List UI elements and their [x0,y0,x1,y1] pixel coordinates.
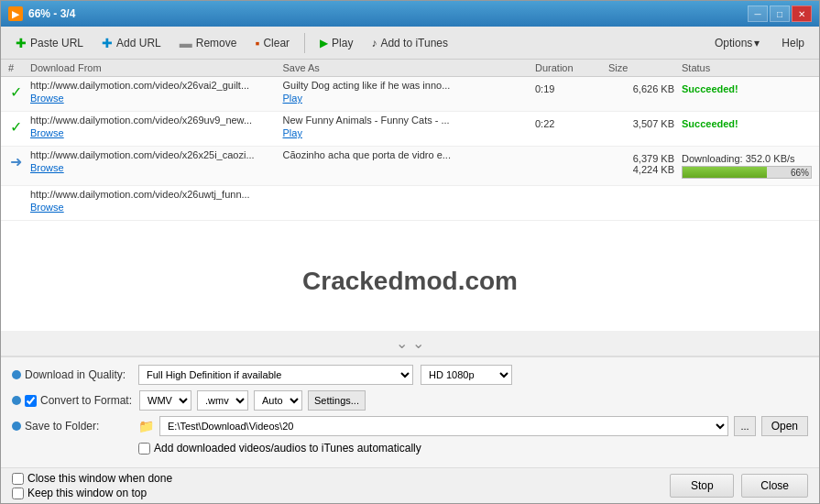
keep-on-top-text: Keep this window on top [27,487,147,499]
download-table: # Download From Save As Duration Size St… [1,60,819,331]
status-cell [678,189,815,196]
col-size: Size [605,62,678,73]
format-dot [12,396,21,405]
status-cell: Succeeded! [678,115,815,133]
add-url-label: Add URL [116,37,161,49]
format-settings-button[interactable]: Settings... [308,390,366,411]
quality-label-text: Download in Quality: [25,368,126,381]
downloading-status: Downloading: 352.0 KB/s [682,153,795,164]
bottom-buttons: Stop Close [670,474,808,498]
format-label: Convert to Format: [12,394,132,407]
table-row: ✓ http://www.dailymotion.com/video/x269u… [1,112,819,147]
size-cell [605,189,678,196]
play-button[interactable]: ▶ Play [312,34,360,52]
itunes-checkbox[interactable] [138,443,150,455]
status-icon-downloading: ➜ [5,149,27,170]
row-save-as-3: Cãozinho acha que porta de vidro e... [279,149,532,160]
size-bottom: 4,224 KB [608,164,674,175]
toolbar: ✚ Paste URL ✚ Add URL ▬ Remove ▪ Clear ▶… [1,27,819,60]
itunes-icon: ♪ [371,37,377,49]
play-label: Play [332,37,353,49]
checkmark-icon: ✓ [10,83,22,101]
add-icon: ✚ [102,36,113,50]
save-text: Cãozinho acha que porta de vidro e... [283,149,529,160]
format-select[interactable]: WMV [139,390,191,411]
row-save-as-1: Guilty Dog acting like if he was inno...… [279,80,532,104]
format-preset-select[interactable]: Auto [254,390,302,411]
clear-button[interactable]: ▪ Clear [247,33,297,53]
settings-panel: Download in Quality: Full High Definitio… [1,356,819,467]
quality-dot [12,370,21,379]
folder-label: Save to Folder: [12,420,131,433]
format-ext-select[interactable]: .wmv [197,390,248,411]
title-bar: ▶ 66% - 3/4 ─ □ ✕ [1,1,819,27]
status-success: Succeeded! [682,118,738,129]
save-text: New Funny Animals - Funny Cats - ... [283,115,529,126]
folder-select[interactable]: E:\Test\Download\Videos\20 [159,416,728,436]
remove-label: Remove [196,37,237,49]
open-folder-button[interactable]: Open [761,416,808,436]
window-title: 66% - 3/4 [28,7,75,20]
chevron-down-icon: ⌄ ⌄ [396,335,423,351]
hd-select[interactable]: HD 1080p [421,365,512,385]
clear-icon: ▪ [255,36,259,50]
browse-link[interactable]: Browse [30,127,276,138]
remove-icon: ▬ [180,36,192,50]
checkmark-icon: ✓ [10,118,22,136]
size-top: 6,379 KB [608,153,674,164]
close-when-done-checkbox[interactable] [12,473,24,485]
format-row: Convert to Format: WMV .wmv Auto [12,390,808,411]
close-when-done-text: Close this window when done [27,472,172,485]
browse-folder-button[interactable]: ... [734,416,755,436]
col-save-as: Save As [279,62,532,73]
browse-link[interactable]: Browse [30,93,276,104]
stop-button[interactable]: Stop [670,474,734,498]
col-status: Status [678,62,815,73]
app-icon: ▶ [8,6,23,21]
duration-cell [531,189,605,196]
progress-fill [683,167,767,178]
bottom-bar: Close this window when done Keep this wi… [1,467,819,503]
folder-dot [12,422,21,431]
close-when-done-label: Close this window when done [12,472,172,485]
itunes-label: Add downloaded videos/audios to iTunes a… [154,442,421,455]
col-num: # [5,62,27,73]
save-text: Guilty Dog acting like if he was inno... [283,80,529,91]
folder-input-row: 📁 E:\Test\Download\Videos\20 ... Open [138,416,808,436]
add-url-button[interactable]: ✚ Add URL [94,33,169,53]
status-icon-success: ✓ [5,115,27,136]
bottom-checkboxes: Close this window when done Keep this wi… [12,472,172,499]
keep-on-top-checkbox[interactable] [12,488,24,499]
quality-select[interactable]: Full High Definition if available [138,365,413,385]
progress-bar: 66% [682,166,812,179]
itunes-row: Add downloaded videos/audios to iTunes a… [12,442,808,455]
close-button[interactable]: Close [741,474,808,498]
status-cell: Succeeded! [678,80,815,98]
browse-link[interactable]: Browse [30,162,276,173]
format-checkbox[interactable] [25,395,37,407]
add-to-itunes-button[interactable]: ♪ Add to iTunes [364,34,455,52]
remove-button[interactable]: ▬ Remove [172,33,245,53]
options-button[interactable]: Options ▾ [707,34,767,52]
play-link[interactable]: Play [283,93,529,104]
browse-link[interactable]: Browse [30,202,276,213]
status-icon-empty [5,189,27,192]
duration-cell: 0:19 [531,80,605,98]
paste-url-button[interactable]: ✚ Paste URL [8,33,91,53]
size-cell: 6,626 KB [605,80,678,98]
help-button[interactable]: Help [774,34,812,52]
url-text: http://www.dailymotion.com/video/x269uv9… [30,115,276,126]
table-row: ✓ http://www.dailymotion.com/video/x26va… [1,77,819,112]
row-url-3: http://www.dailymotion.com/video/x26x25i… [27,149,279,173]
status-icon-success: ✓ [5,80,27,101]
minimize-button[interactable]: ─ [748,5,768,22]
quality-row: Download in Quality: Full High Definitio… [12,365,808,385]
collapse-arrow[interactable]: ⌄ ⌄ [1,331,819,356]
col-duration: Duration [531,62,605,73]
url-text: http://www.dailymotion.com/video/x26uwtj… [30,189,276,200]
row-url-2: http://www.dailymotion.com/video/x269uv9… [27,115,279,138]
maximize-button[interactable]: □ [770,5,790,22]
close-window-button[interactable]: ✕ [792,5,812,22]
play-link[interactable]: Play [283,127,529,138]
toolbar-right: Options ▾ Help [707,34,812,52]
